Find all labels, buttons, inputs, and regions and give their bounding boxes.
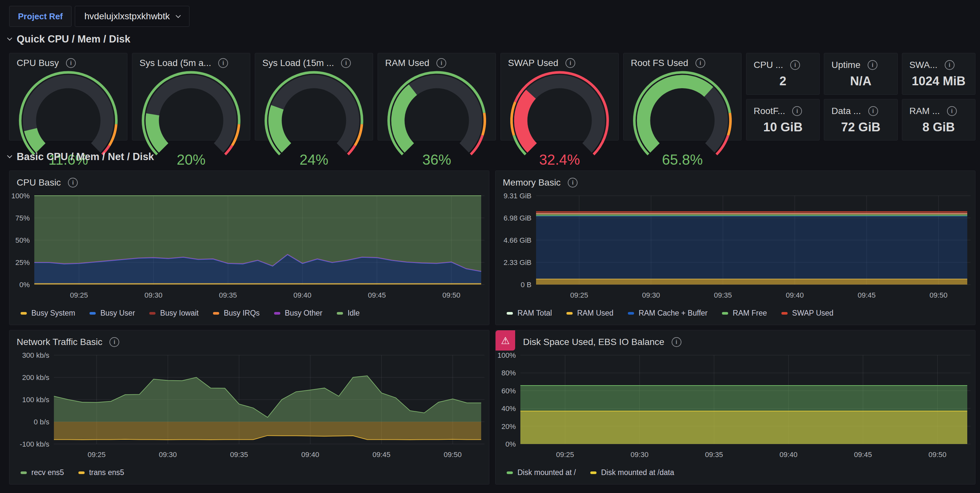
info-icon[interactable]: i bbox=[945, 60, 955, 70]
panel-cpu-busy: CPU Busyi 11.6% bbox=[9, 53, 127, 140]
legend-label: RAM Free bbox=[733, 309, 767, 318]
section-header-basic[interactable]: Basic CPU / Mem / Net / Disk bbox=[8, 151, 154, 163]
legend-item[interactable]: Busy User bbox=[89, 309, 135, 318]
legend-swatch-icon bbox=[590, 471, 597, 474]
variable-dropdown[interactable]: hvdelujxlxstpxkhwbtk bbox=[75, 6, 189, 27]
legend-swatch-icon bbox=[274, 312, 280, 315]
legend-item[interactable]: Busy Other bbox=[274, 309, 323, 318]
legend-swatch-icon bbox=[89, 312, 96, 315]
panel-title[interactable]: RootF... bbox=[754, 106, 785, 116]
svg-text:50%: 50% bbox=[15, 236, 30, 244]
info-icon[interactable]: i bbox=[868, 106, 878, 116]
panel-title[interactable]: Uptime bbox=[831, 60, 861, 70]
panel-title[interactable]: SWAP Used bbox=[508, 58, 558, 68]
panel-sys-load-5m: Sys Load (5m a...i 20% bbox=[132, 53, 250, 140]
legend-swatch-icon bbox=[507, 312, 513, 315]
legend-label: Busy Iowait bbox=[160, 309, 199, 318]
svg-text:09:35: 09:35 bbox=[219, 291, 237, 299]
info-icon[interactable]: i bbox=[671, 337, 681, 347]
variable-value: hvdelujxlxstpxkhwbtk bbox=[84, 11, 170, 22]
disk-space-chart[interactable]: 0%20%40%60%80%100%09:2509:3009:3509:4009… bbox=[496, 349, 975, 466]
legend-item[interactable]: recv ens5 bbox=[21, 468, 64, 477]
panel-title[interactable]: Sys Load (15m ... bbox=[262, 58, 334, 68]
variable-label: Project Ref bbox=[9, 6, 72, 27]
legend-label: Disk mounted at / bbox=[517, 468, 576, 477]
svg-text:60%: 60% bbox=[501, 387, 516, 395]
legend-item[interactable]: Idle bbox=[337, 309, 360, 318]
panel-title[interactable]: Disk Space Used, EBS IO Balance bbox=[523, 337, 665, 347]
stat-value: 1024 MiB bbox=[902, 72, 975, 94]
stat-swap-total: SWA...i 1024 MiB bbox=[902, 53, 975, 95]
svg-text:09:50: 09:50 bbox=[442, 291, 460, 299]
svg-text:09:30: 09:30 bbox=[642, 291, 660, 299]
legend-label: Idle bbox=[348, 309, 360, 318]
svg-text:75%: 75% bbox=[15, 214, 30, 222]
panel-title[interactable]: Data ... bbox=[831, 106, 861, 116]
svg-text:100 kb/s: 100 kb/s bbox=[22, 396, 49, 404]
legend-item[interactable]: RAM Free bbox=[722, 309, 767, 318]
panel-title[interactable]: CPU Basic bbox=[17, 177, 61, 188]
panel-title[interactable]: Sys Load (5m a... bbox=[140, 58, 211, 68]
legend-item[interactable]: Disk mounted at /data bbox=[590, 468, 674, 477]
panel-title[interactable]: Network Traffic Basic bbox=[17, 337, 102, 347]
gauge-value: 65.8% bbox=[624, 152, 741, 168]
panel-ram-used: RAM Usedi 36% bbox=[378, 53, 496, 140]
stat-value: 2 bbox=[746, 72, 819, 94]
svg-text:09:25: 09:25 bbox=[570, 291, 588, 299]
svg-text:6.98 GiB: 6.98 GiB bbox=[503, 214, 531, 222]
svg-text:09:35: 09:35 bbox=[230, 450, 248, 459]
info-icon[interactable]: i bbox=[695, 58, 705, 68]
panel-title[interactable]: CPU Busy bbox=[17, 58, 59, 68]
info-icon[interactable]: i bbox=[110, 337, 119, 347]
legend-item[interactable]: RAM Total bbox=[507, 309, 552, 318]
cpu-basic-chart[interactable]: 0%25%50%75%100%09:2509:3009:3509:4009:45… bbox=[10, 190, 489, 307]
svg-text:09:40: 09:40 bbox=[780, 450, 797, 459]
legend-item[interactable]: Busy Iowait bbox=[149, 309, 199, 318]
info-icon[interactable]: i bbox=[868, 60, 877, 70]
panel-title[interactable]: Memory Basic bbox=[503, 177, 560, 188]
stat-value: N/A bbox=[824, 72, 897, 94]
svg-text:0%: 0% bbox=[505, 440, 516, 448]
svg-text:100%: 100% bbox=[498, 351, 516, 359]
legend-item[interactable]: RAM Used bbox=[566, 309, 614, 318]
info-icon[interactable]: i bbox=[218, 58, 228, 68]
panel-disk-space-ebs: ⚠ Disk Space Used, EBS IO Balancei 0%20%… bbox=[495, 330, 975, 485]
svg-text:09:30: 09:30 bbox=[630, 450, 648, 459]
row-quick-panels: CPU Busyi 11.6% Sys Load (5m a...i 20% S… bbox=[9, 53, 975, 140]
panel-sys-load-15m: Sys Load (15m ...i 24% bbox=[255, 53, 373, 140]
info-icon[interactable]: i bbox=[790, 60, 800, 70]
info-icon[interactable]: i bbox=[66, 58, 76, 68]
panel-title[interactable]: SWA... bbox=[910, 60, 937, 70]
memory-basic-chart[interactable]: 0 B2.33 GiB4.66 GiB6.98 GiB9.31 GiB09:25… bbox=[496, 190, 975, 307]
stat-rootfs-total: RootF...i 10 GiB bbox=[746, 99, 819, 141]
panel-title[interactable]: RAM ... bbox=[910, 106, 940, 116]
info-icon[interactable]: i bbox=[947, 106, 957, 116]
info-icon[interactable]: i bbox=[341, 58, 351, 68]
svg-text:09:45: 09:45 bbox=[854, 450, 872, 459]
info-icon[interactable]: i bbox=[792, 106, 802, 116]
info-icon[interactable]: i bbox=[436, 58, 446, 68]
section-header-quick[interactable]: Quick CPU / Mem / Disk bbox=[8, 33, 130, 45]
legend-item[interactable]: Busy IRQs bbox=[213, 309, 260, 318]
alerting-warning-icon[interactable]: ⚠ bbox=[496, 330, 515, 351]
network-traffic-chart[interactable]: -100 kb/s0 b/s100 kb/s200 kb/s300 kb/s09… bbox=[10, 349, 489, 466]
panel-title[interactable]: Root FS Used bbox=[631, 58, 688, 68]
svg-text:09:50: 09:50 bbox=[444, 450, 461, 459]
svg-text:09:45: 09:45 bbox=[372, 450, 390, 459]
legend-item[interactable]: SWAP Used bbox=[781, 309, 834, 318]
panel-title[interactable]: CPU ... bbox=[754, 60, 783, 70]
svg-text:09:30: 09:30 bbox=[145, 291, 162, 299]
legend-item[interactable]: RAM Cache + Buffer bbox=[628, 309, 708, 318]
legend-label: recv ens5 bbox=[31, 468, 64, 477]
info-icon[interactable]: i bbox=[68, 178, 78, 188]
svg-text:20%: 20% bbox=[501, 422, 516, 431]
info-icon[interactable]: i bbox=[568, 178, 578, 188]
row-network-disk: Network Traffic Basici -100 kb/s0 b/s100… bbox=[9, 330, 975, 485]
legend-item[interactable]: Busy System bbox=[21, 309, 75, 318]
legend-item[interactable]: trans ens5 bbox=[78, 468, 124, 477]
info-icon[interactable]: i bbox=[565, 58, 575, 68]
memory-basic-legend: RAM TotalRAM UsedRAM Cache + BufferRAM F… bbox=[496, 307, 975, 318]
panel-title[interactable]: RAM Used bbox=[385, 58, 429, 68]
legend-swatch-icon bbox=[507, 471, 513, 474]
legend-item[interactable]: Disk mounted at / bbox=[507, 468, 576, 477]
